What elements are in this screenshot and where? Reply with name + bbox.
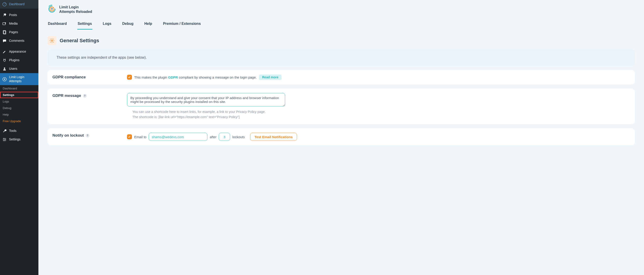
setting-label: GDPR message ? — [52, 93, 120, 98]
notify-checkbox[interactable]: ✔ — [127, 134, 132, 139]
sidebar-item-label: Appearance — [9, 50, 26, 54]
section-title: General Settings — [60, 38, 99, 43]
shield-icon — [2, 77, 7, 81]
sidebar-item-dashboard[interactable]: Dashboard — [0, 0, 38, 8]
sidebar-item-label: Pages — [9, 30, 18, 34]
plug-icon — [2, 58, 7, 62]
tab-debug[interactable]: Debug — [122, 19, 134, 29]
media-icon — [2, 21, 7, 26]
test-email-button[interactable]: Test Email Notifications — [250, 133, 297, 141]
submenu-item-dashboard[interactable]: Dashboard — [0, 85, 38, 92]
notify-email-input[interactable] — [149, 133, 208, 141]
sidebar-item-plugins[interactable]: Plugins — [0, 56, 38, 65]
after-label: after — [210, 135, 216, 139]
wrench-icon — [2, 129, 7, 133]
pin-icon — [2, 13, 7, 17]
sidebar-item-label: Limit Login Attempts — [9, 75, 36, 83]
gdpr-message-hint: You can use a shortcode here to insert l… — [127, 109, 630, 120]
sidebar-item-appearance[interactable]: Appearance — [0, 47, 38, 56]
sidebar-item-label: Media — [9, 22, 18, 26]
setting-gdpr-compliance: GDPR compliance ✔ This makes the plugin … — [48, 70, 635, 84]
gdpr-link[interactable]: GDPR — [168, 75, 178, 79]
sidebar-item-comments[interactable]: Comments — [0, 36, 38, 45]
notify-count-input[interactable] — [219, 133, 230, 141]
tab-logs[interactable]: Logs — [102, 19, 112, 29]
sidebar-item-settings[interactable]: Settings — [0, 135, 38, 144]
sidebar-item-label: Settings — [9, 137, 20, 142]
sidebar-item-tools[interactable]: Tools — [0, 127, 38, 135]
svg-rect-10 — [4, 79, 5, 80]
svg-point-13 — [4, 140, 4, 141]
main-content: Limit Login Attempts Reloaded Dashboard … — [38, 0, 644, 275]
brand-title-line2: Attempts Reloaded — [59, 9, 92, 14]
sidebar-item-label: Tools — [9, 129, 16, 133]
sidebar-item-media[interactable]: Media — [0, 19, 38, 28]
setting-gdpr-message: GDPR message ? You can use a shortcode h… — [48, 88, 635, 124]
sidebar-item-label: Dashboard — [9, 2, 25, 6]
submenu-item-settings[interactable]: Settings — [0, 92, 38, 98]
setting-notify-lockout: Notify on lockout ? ✔ Email to after loc… — [48, 128, 635, 145]
page-icon — [2, 30, 7, 34]
read-more-button[interactable]: Read more — [259, 74, 282, 80]
sidebar-submenu: Dashboard Settings Logs Debug Help Free … — [0, 85, 38, 124]
brand-logo-icon — [48, 4, 56, 14]
submenu-item-logs[interactable]: Logs — [0, 98, 38, 105]
submenu-item-free-upgrade[interactable]: Free Upgrade — [0, 118, 38, 124]
sidebar-item-limit-login[interactable]: Limit Login Attempts — [0, 73, 38, 85]
svg-point-12 — [5, 139, 6, 140]
svg-rect-16 — [52, 9, 52, 10]
tab-help[interactable]: Help — [144, 19, 153, 29]
wp-admin-sidebar: Dashboard Posts Media Pages Comments App… — [0, 0, 38, 275]
lockouts-label: lockouts — [232, 135, 245, 139]
sidebar-item-posts[interactable]: Posts — [0, 11, 38, 19]
sidebar-item-label: Comments — [9, 39, 24, 43]
email-to-label: Email to — [134, 135, 146, 139]
brand-title-line1: Limit Login — [59, 5, 79, 9]
sidebar-item-users[interactable]: Users — [0, 65, 38, 73]
svg-line-1 — [4, 3, 6, 4]
gear-icon — [48, 36, 56, 45]
sidebar-item-label: Plugins — [9, 58, 20, 62]
svg-point-11 — [4, 138, 4, 139]
section-header: General Settings — [48, 36, 635, 45]
tab-dashboard[interactable]: Dashboard — [48, 19, 67, 29]
dashboard-icon — [2, 2, 7, 6]
sidebar-item-pages[interactable]: Pages — [0, 28, 38, 36]
gdpr-desc: This makes the plugin GDPR compliant by … — [134, 75, 257, 79]
submenu-item-debug[interactable]: Debug — [0, 105, 38, 111]
gdpr-message-textarea[interactable] — [127, 93, 285, 107]
sliders-icon — [2, 137, 7, 142]
plugin-tabs: Dashboard Settings Logs Debug Help Premi… — [48, 19, 635, 30]
gdpr-checkbox[interactable]: ✔ — [127, 75, 132, 80]
svg-point-17 — [51, 40, 53, 41]
setting-label: GDPR compliance — [52, 74, 120, 79]
user-icon — [2, 67, 7, 71]
submenu-item-help[interactable]: Help — [0, 111, 38, 118]
brush-icon — [2, 49, 7, 54]
plugin-brand: Limit Login Attempts Reloaded — [48, 4, 635, 14]
comment-icon — [2, 39, 7, 43]
tab-settings[interactable]: Settings — [77, 19, 92, 29]
help-icon[interactable]: ? — [83, 94, 87, 98]
tab-premium[interactable]: Premium / Extensions — [162, 19, 201, 29]
svg-point-7 — [4, 67, 5, 69]
help-icon[interactable]: ? — [86, 134, 90, 137]
svg-point-3 — [5, 22, 6, 24]
setting-label: Notify on lockout ? — [52, 133, 120, 138]
info-banner: These settings are independent of the ap… — [48, 49, 635, 66]
sidebar-item-label: Users — [9, 67, 18, 71]
info-text: These settings are independent of the ap… — [56, 55, 147, 59]
sidebar-item-label: Posts — [9, 13, 17, 17]
